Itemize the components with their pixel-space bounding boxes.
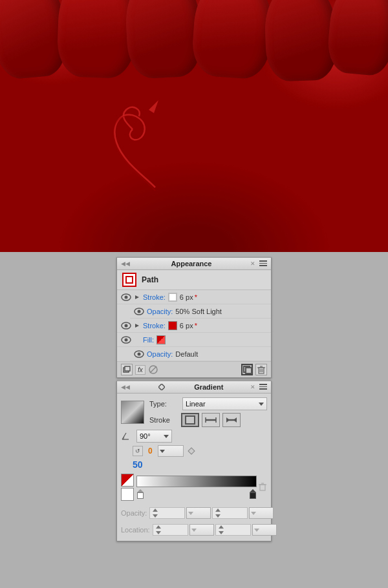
opacity-dropdown-arrow <box>188 512 193 515</box>
location-detail-label: Location: <box>121 526 150 534</box>
number-dropdown[interactable] <box>158 445 184 457</box>
opacity-spinner[interactable] <box>149 507 185 519</box>
stroke-label-1: Stroke: <box>143 293 166 301</box>
location-input-group <box>153 524 277 536</box>
angle-row: 90° <box>121 430 267 443</box>
path-header-row: Path <box>117 270 271 290</box>
opacity-dropdown-2-arrow <box>251 512 256 515</box>
angle-value: 90° <box>140 432 151 440</box>
angle-icon <box>121 432 130 441</box>
svg-point-6 <box>125 324 128 327</box>
opacity-label-2: Opacity: <box>147 350 173 358</box>
eye-icon-3[interactable] <box>121 322 131 330</box>
stroke-swatch-red[interactable] <box>168 321 177 330</box>
location-dropdown-2[interactable] <box>252 524 277 536</box>
stroke-icon-3[interactable] <box>222 413 241 427</box>
svg-marker-36 <box>215 509 221 512</box>
svg-marker-39 <box>156 531 161 534</box>
opacity-row-2: Opacity: Default <box>130 347 271 361</box>
eye-icon-2[interactable] <box>134 308 144 315</box>
fill-label: Fill: <box>143 336 154 344</box>
fill-row: Fill: <box>117 333 271 347</box>
location-spinner[interactable] <box>153 524 188 536</box>
gradient-bar[interactable] <box>136 476 257 487</box>
delete-button[interactable] <box>255 364 267 375</box>
no-icon <box>148 364 158 375</box>
opacity-label-1: Opacity: <box>147 308 173 315</box>
side-swatch-white[interactable] <box>121 488 134 501</box>
stop-black[interactable] <box>250 489 256 499</box>
angle-dropdown-arrow <box>164 435 169 438</box>
gradient-body: Type: Linear Stroke <box>117 394 271 541</box>
expand-triangle-2[interactable] <box>134 322 140 329</box>
svg-marker-41 <box>219 531 224 534</box>
location-dropdown-arrow <box>191 529 197 532</box>
eye-icon-1[interactable] <box>121 293 131 301</box>
location-dropdown[interactable] <box>189 524 214 536</box>
svg-point-4 <box>138 310 141 313</box>
svg-marker-37 <box>215 514 221 518</box>
new-layer-button[interactable] <box>121 364 133 375</box>
svg-marker-27 <box>226 417 230 423</box>
stroke-value-1: 6 px* <box>180 293 197 301</box>
opacity-input-group <box>149 507 274 519</box>
svg-marker-22 <box>158 384 165 390</box>
number-orange: 0 <box>148 446 153 456</box>
location-dropdown-2-arrow <box>254 529 259 532</box>
opacity-detail-row: Opacity: <box>121 506 267 520</box>
location-spinner-2[interactable] <box>215 524 251 536</box>
stroke-icon-1[interactable] <box>181 413 199 427</box>
eye-icon-4[interactable] <box>121 336 131 344</box>
numbers-row: ↺ 0 <box>133 445 267 457</box>
gradient-diamond-marker <box>188 447 195 454</box>
panel-menu-icon[interactable] <box>259 260 267 267</box>
opacity-value-2: Default <box>175 350 198 358</box>
finger-shapes <box>0 0 388 84</box>
cycle-button[interactable]: ↺ <box>133 446 143 456</box>
opacity-spinner-2-icon <box>215 508 221 518</box>
stroke-row-2: Stroke: 6 px* <box>117 319 271 333</box>
blue-number-row: 50 <box>121 459 267 470</box>
new-item-button[interactable] <box>241 364 253 375</box>
stop-white[interactable] <box>137 489 144 499</box>
fill-swatch[interactable] <box>156 335 166 344</box>
opacity-dropdown-2[interactable] <box>249 507 274 519</box>
angle-dropdown[interactable]: 90° <box>136 430 172 443</box>
appearance-toolbar: fx <box>117 361 271 377</box>
panels-area: ◀◀ Appearance ✕ Path <box>0 252 388 588</box>
devil-tail-svg <box>84 78 226 207</box>
svg-point-11 <box>138 352 141 355</box>
opacity-spinner-2[interactable] <box>212 507 248 519</box>
gradient-panel: ◀◀ Gradient ✕ Type: <box>116 381 272 541</box>
finger-3 <box>124 0 203 79</box>
location-spinner-icon <box>155 525 162 535</box>
spacer-triangle <box>134 337 140 343</box>
gradient-title: Gradient <box>194 383 223 391</box>
type-dropdown[interactable]: Linear <box>182 397 267 410</box>
stroke-icon-2[interactable] <box>202 413 220 427</box>
svg-rect-31 <box>260 485 265 490</box>
gradient-preview-swatch[interactable] <box>121 401 144 424</box>
close-icon[interactable]: ✕ <box>250 260 255 267</box>
gradient-diamond-icon <box>158 384 165 390</box>
svg-rect-13 <box>125 366 130 371</box>
stroke-row-1: Stroke: 6 px* <box>117 290 271 304</box>
finger-4 <box>191 0 275 80</box>
gradient-menu-icon[interactable] <box>259 384 267 390</box>
fx-button[interactable]: fx <box>135 365 146 375</box>
svg-marker-35 <box>153 514 158 518</box>
eye-icon-5[interactable] <box>134 350 144 358</box>
appearance-controls: ✕ <box>250 260 267 267</box>
stroke-label-2: Stroke: <box>143 322 166 330</box>
opacity-dropdown[interactable] <box>186 507 211 519</box>
expand-triangle-1[interactable] <box>134 294 140 300</box>
opacity-spinner-icon <box>152 508 158 518</box>
gradient-close-icon[interactable]: ✕ <box>250 384 255 390</box>
gradient-delete-button[interactable] <box>258 483 267 492</box>
stroke-swatch-white[interactable] <box>168 293 177 302</box>
finger-2 <box>56 0 138 79</box>
side-swatch-gradient[interactable] <box>121 474 134 487</box>
location-detail-row: Location: <box>121 523 267 537</box>
gradient-bar-container <box>121 474 267 502</box>
stroke-icon-label: Stroke <box>149 416 178 424</box>
